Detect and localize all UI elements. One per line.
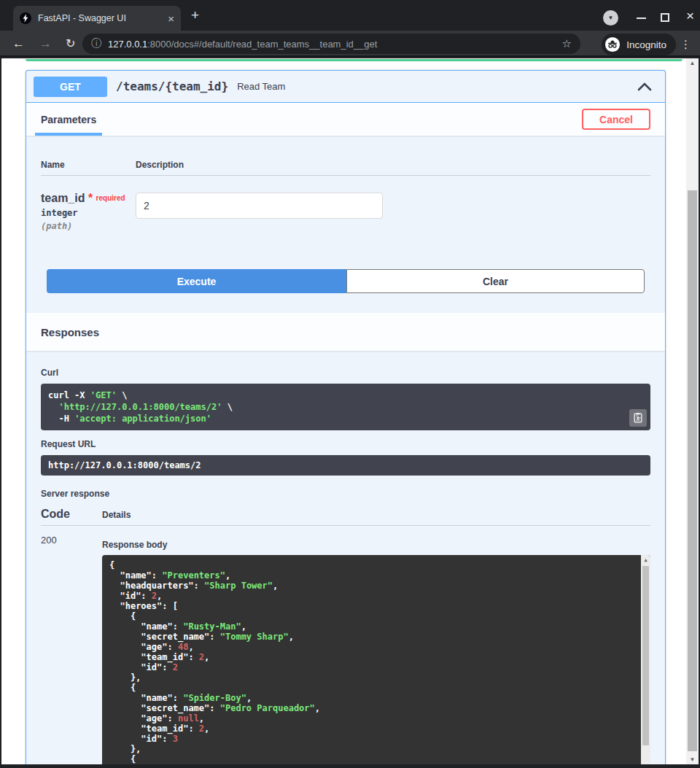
responses-title: Responses	[41, 326, 99, 338]
opblock-header[interactable]: GET /teams/{team_id} Read Team	[26, 71, 665, 103]
parameters-table-header: Name Description	[41, 160, 650, 176]
status-code: 200	[41, 535, 102, 764]
cancel-button[interactable]: Cancel	[582, 109, 650, 130]
response-body-json: { "name": "Preventers", "headquarters": …	[109, 560, 631, 764]
required-label: required	[96, 194, 125, 202]
new-tab-button[interactable]: +	[191, 8, 199, 23]
server-response-label: Server response	[41, 489, 650, 499]
response-details-cell: Response body { "name": "Preventers", "h…	[102, 535, 650, 764]
bookmark-star-icon[interactable]: ☆	[562, 37, 572, 50]
response-scrollbar-thumb[interactable]	[642, 566, 649, 745]
parameter-type: integer	[41, 208, 136, 218]
incognito-badge: Incognito	[602, 34, 676, 55]
site-info-icon[interactable]: ⓘ	[91, 37, 101, 50]
response-body-block: { "name": "Preventers", "headquarters": …	[102, 555, 650, 764]
page-scrollbar-thumb[interactable]	[688, 190, 697, 751]
parameter-name: team_id	[41, 192, 85, 204]
request-url-value: http://127.0.0.1:8000/teams/2	[41, 455, 650, 476]
method-badge: GET	[34, 77, 107, 97]
tab-parameters[interactable]: Parameters	[35, 103, 102, 136]
url-bar[interactable]: ⓘ 127.0.0.1:8000/docs#/default/read_team…	[82, 34, 580, 54]
execute-row: Execute Clear	[47, 269, 645, 293]
back-icon[interactable]: ←	[12, 36, 25, 52]
copy-to-clipboard-button[interactable]	[629, 409, 647, 427]
page-scrollbar[interactable]: ▲ ▼	[686, 58, 699, 764]
maximize-button[interactable]	[661, 13, 669, 22]
operation-summary: Read Team	[237, 81, 285, 92]
team-id-input[interactable]	[136, 193, 383, 219]
curl-command-text: curl -X 'GET' \ 'http://127.0.0.1:8000/t…	[48, 389, 626, 424]
window-close-button[interactable]: ×	[686, 9, 694, 23]
page-scroll-up-icon[interactable]: ▲	[686, 60, 699, 66]
response-body-label: Response body	[102, 540, 650, 550]
response-table-header: Code Details	[41, 508, 650, 526]
response-row: 200 Response body { "name": "Preventers"…	[41, 526, 650, 764]
tab-title: FastAPI - Swagger UI	[38, 13, 163, 23]
tab-close-icon[interactable]: ×	[168, 13, 174, 24]
browser-tab[interactable]: FastAPI - Swagger UI ×	[13, 6, 181, 31]
required-star: *	[88, 192, 93, 204]
profile-chevron-button[interactable]: ▾	[603, 10, 618, 26]
minimize-button[interactable]	[637, 18, 646, 19]
curl-label: Curl	[41, 368, 650, 378]
browser-window: FastAPI - Swagger UI × + ▾ × ← → ↻ ⓘ 127…	[0, 0, 700, 768]
responses-body: Curl curl -X 'GET' \ 'http://127.0.0.1:8…	[26, 351, 665, 764]
description-column-header: Description	[136, 160, 650, 170]
previous-opblock-bottom-edge	[26, 59, 682, 61]
get-opblock: GET /teams/{team_id} Read Team Parameter…	[26, 70, 666, 764]
browser-toolbar: ← → ↻ ⓘ 127.0.0.1:8000/docs#/default/rea…	[0, 31, 700, 57]
responses-section-header: Responses	[26, 313, 665, 351]
fastapi-favicon-icon	[20, 12, 31, 24]
code-column-header: Code	[41, 508, 102, 521]
parameter-location: (path)	[41, 221, 136, 231]
parameters-section-header: Parameters Cancel	[26, 103, 665, 136]
parameter-row: team_id * required integer (path)	[26, 176, 665, 231]
incognito-spy-icon	[604, 36, 621, 53]
url-host: 127.0.0.1	[108, 39, 147, 50]
collapse-chevron-icon[interactable]	[637, 82, 652, 91]
operation-path: /teams/{team_id}	[116, 79, 228, 93]
name-column-header: Name	[41, 160, 136, 170]
url-path: :8000/docs#/default/read_team_teams__tea…	[147, 39, 377, 50]
curl-command-block: curl -X 'GET' \ 'http://127.0.0.1:8000/t…	[41, 384, 650, 430]
scroll-up-icon[interactable]: ▲	[641, 555, 650, 565]
parameter-description-cell	[136, 191, 650, 231]
page-scroll-down-icon[interactable]: ▼	[686, 756, 699, 763]
url-text: 127.0.0.1:8000/docs#/default/read_team_t…	[108, 39, 556, 50]
execute-button[interactable]: Execute	[47, 269, 346, 293]
clear-button[interactable]: Clear	[346, 269, 645, 293]
details-column-header: Details	[102, 510, 131, 520]
response-scrollbar[interactable]: ▲	[641, 555, 650, 764]
reload-icon[interactable]: ↻	[66, 36, 75, 52]
forward-icon[interactable]: →	[39, 36, 52, 52]
tab-strip: FastAPI - Swagger UI × + ▾ ×	[0, 0, 700, 31]
parameter-name-cell: team_id * required integer (path)	[41, 191, 136, 231]
swagger-page: GET /teams/{team_id} Read Team Parameter…	[1, 58, 699, 764]
request-url-label: Request URL	[41, 439, 650, 449]
browser-menu-icon[interactable]: ⋮	[680, 37, 691, 52]
incognito-label: Incognito	[626, 39, 666, 50]
